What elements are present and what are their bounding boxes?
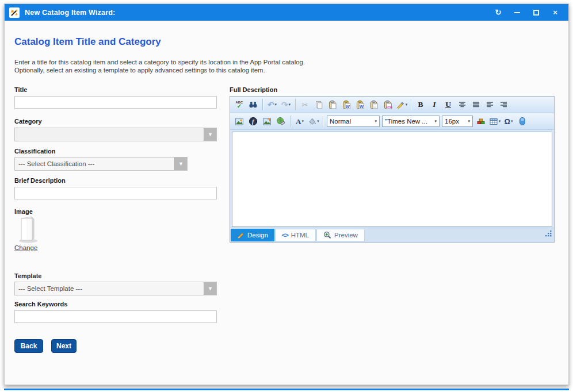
- paste-button[interactable]: [326, 98, 339, 111]
- align-justify-icon: [472, 101, 480, 109]
- category-select-arrow[interactable]: ▼: [204, 128, 216, 141]
- template-select[interactable]: --- Select Template --- ▼: [14, 282, 217, 295]
- redo-button[interactable]: ↷ ▾: [280, 98, 292, 111]
- special-character-button[interactable]: Ω ▾: [502, 115, 515, 128]
- copy-button[interactable]: [312, 98, 325, 111]
- classification-select-arrow[interactable]: ▼: [174, 157, 187, 170]
- font-size-value: 16px: [445, 118, 459, 125]
- italic-icon: I: [433, 101, 436, 109]
- wizard-wand-icon: [9, 7, 20, 18]
- image-icon: [235, 117, 244, 126]
- paragraph-style-select[interactable]: Normal ▾: [327, 116, 380, 127]
- category-select[interactable]: ▼: [14, 128, 217, 141]
- close-button[interactable]: ×: [550, 7, 560, 18]
- align-right-icon: [499, 101, 508, 109]
- next-button[interactable]: Next: [51, 339, 77, 353]
- font-color-button[interactable]: A ▾: [293, 115, 306, 128]
- title-input[interactable]: [14, 96, 217, 109]
- align-left-button[interactable]: [483, 98, 496, 111]
- paste-as-html-button[interactable]: HTML: [381, 98, 394, 111]
- chevron-down-icon: ▾: [317, 119, 319, 124]
- full-description-editor: ABC✓ ↶ ▾ ↷ ▾: [230, 96, 555, 243]
- brief-description-input[interactable]: [14, 187, 217, 199]
- paste-as-html-icon: HTML: [383, 100, 392, 109]
- module-tool-button[interactable]: [516, 115, 529, 128]
- insert-flash-button[interactable]: f: [247, 115, 259, 128]
- font-size-select[interactable]: 16px ▾: [442, 116, 473, 127]
- chevron-down-icon: ▾: [499, 119, 501, 124]
- image-label: Image: [14, 208, 33, 215]
- page-title: Catalog Item Title and Category: [14, 36, 161, 48]
- align-center-icon: [458, 101, 467, 109]
- back-button[interactable]: Back: [14, 339, 43, 353]
- chevron-down-icon: ▾: [511, 119, 513, 124]
- magnifier-plus-icon: [323, 231, 331, 239]
- maximize-button[interactable]: [531, 7, 541, 18]
- change-image-link[interactable]: Change: [14, 244, 37, 251]
- align-right-button[interactable]: [497, 98, 510, 111]
- window-controls: ↻ ×: [493, 7, 560, 18]
- underline-icon: U: [445, 101, 451, 109]
- template-select-arrow[interactable]: ▼: [204, 282, 216, 295]
- chevron-down-icon: ▾: [406, 102, 408, 107]
- paste-word-clean-button[interactable]: W: [354, 98, 366, 111]
- redo-icon: ↷: [281, 101, 288, 109]
- tab-html[interactable]: <> HTML: [275, 229, 316, 241]
- search-keywords-input[interactable]: [14, 310, 217, 323]
- font-family-select[interactable]: "Times New ... ▾: [382, 116, 440, 127]
- template-select-value: --- Select Template ---: [15, 285, 204, 292]
- css-class-icon: [476, 117, 486, 126]
- spellcheck-button[interactable]: ABC✓: [233, 98, 246, 111]
- editor-toolbar-row-1: ABC✓ ↶ ▾ ↷ ▾: [230, 97, 554, 113]
- description-line-1: Enter a title for this catalog item and …: [14, 58, 305, 66]
- resize-grip[interactable]: [544, 229, 552, 240]
- toolbar-separator: [323, 116, 323, 127]
- insert-hyperlink-button[interactable]: [274, 115, 287, 128]
- toolbar-separator: [290, 116, 291, 127]
- insert-media-button[interactable]: [261, 115, 273, 128]
- bold-button[interactable]: B: [414, 98, 427, 111]
- classification-select[interactable]: --- Select Classification --- ▼: [14, 157, 188, 171]
- classification-label: Classification: [14, 148, 56, 155]
- css-class-button[interactable]: [475, 115, 487, 128]
- paragraph-style-value: Normal: [330, 118, 351, 125]
- minimize-button[interactable]: [512, 7, 522, 18]
- tab-preview[interactable]: Preview: [316, 229, 365, 241]
- undo-icon: ↶: [268, 101, 274, 109]
- paste-from-word-button[interactable]: W: [340, 98, 353, 111]
- toolbar-separator: [295, 99, 296, 110]
- fill-color-button[interactable]: ▾: [307, 115, 320, 128]
- chevron-down-icon: ▾: [275, 102, 277, 107]
- format-stripper-button[interactable]: ▾: [395, 98, 408, 111]
- toolbar-separator: [411, 99, 411, 110]
- cut-button[interactable]: ✂: [299, 98, 311, 111]
- scissors-icon: ✂: [302, 101, 308, 109]
- undo-button[interactable]: ↶ ▾: [266, 98, 278, 111]
- window-bottom-border: [4, 389, 569, 390]
- paste-plain-text-icon: [369, 100, 379, 109]
- font-family-value: "Times New ...: [385, 118, 427, 125]
- copy-icon: [315, 101, 323, 109]
- chevron-down-icon: ▼: [208, 286, 213, 291]
- full-description-label: Full Description: [230, 86, 277, 93]
- tab-design[interactable]: Design: [231, 229, 274, 241]
- omega-icon: Ω: [505, 118, 510, 125]
- editor-content-area[interactable]: [232, 132, 552, 227]
- align-center-button[interactable]: [456, 98, 468, 111]
- find-button[interactable]: [247, 98, 259, 111]
- page-description: Enter a title for this catalog item and …: [14, 58, 305, 74]
- insert-table-button[interactable]: ▾: [488, 115, 501, 128]
- media-icon: [262, 117, 272, 126]
- align-justify-button[interactable]: [469, 98, 482, 111]
- chevron-down-icon: ▾: [301, 119, 304, 124]
- format-stripper-icon: [396, 100, 405, 109]
- underline-button[interactable]: U: [442, 98, 454, 111]
- insert-image-button[interactable]: [233, 115, 246, 128]
- align-left-icon: [486, 101, 494, 109]
- paste-from-word-icon: W: [342, 100, 351, 109]
- resize-grip-icon: [544, 229, 552, 237]
- refresh-button[interactable]: ↻: [493, 7, 503, 18]
- paste-plain-text-button[interactable]: [368, 98, 380, 111]
- chevron-down-icon: ▾: [375, 119, 377, 124]
- italic-button[interactable]: I: [428, 98, 441, 111]
